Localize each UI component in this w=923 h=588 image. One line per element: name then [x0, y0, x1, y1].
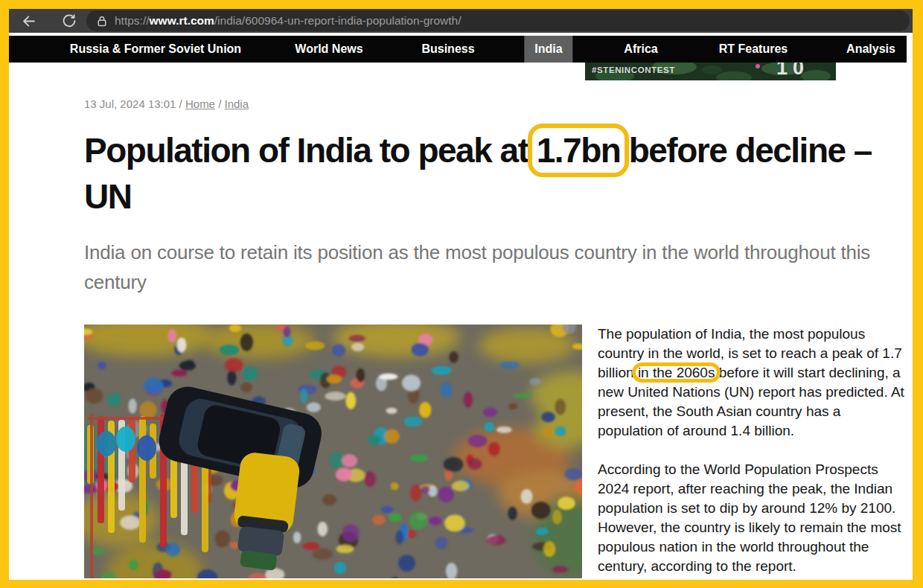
nav-item-rt-features[interactable]: RT Features — [719, 36, 788, 63]
nav-item-russia-fsu[interactable]: Russia & Former Soviet Union — [70, 36, 241, 63]
site-nav: Russia & Former Soviet Union World News … — [9, 36, 907, 63]
url-text: https://www.rt.com/india/600964-un-repor… — [115, 14, 462, 28]
url-bar[interactable]: https://www.rt.com/india/600964-un-repor… — [86, 10, 910, 31]
breadcrumb-separator: / — [179, 98, 182, 110]
url-path: /india/600964-un-report-india-population… — [214, 14, 462, 27]
headline-text: Population of India to peak at — [84, 131, 537, 170]
headline-annotation-1-7bn: 1.7bn — [537, 131, 621, 170]
paragraph-1: The population of India, the most populo… — [598, 325, 906, 441]
banner-hashtag: #STENINCONTEST — [592, 65, 675, 74]
browser-window: https://www.rt.com/india/600964-un-repor… — [9, 9, 913, 580]
url-scheme: https:// — [115, 14, 150, 27]
nav-item-business[interactable]: Business — [421, 36, 474, 63]
standfirst: India on course to retain its position a… — [84, 237, 881, 297]
nav-item-africa[interactable]: Africa — [624, 36, 657, 63]
back-button[interactable] — [16, 10, 42, 31]
breadcrumb-home-link[interactable]: Home — [185, 98, 215, 110]
url-domain: www.rt.com — [150, 14, 214, 27]
lock-icon — [96, 15, 108, 28]
nav-item-analysis[interactable]: Analysis — [846, 36, 895, 63]
article-columns: The population of India, the most populo… — [84, 325, 913, 578]
nav-item-india-active[interactable]: India — [524, 36, 572, 63]
publish-date: 13 Jul, 2024 13:01 — [84, 98, 176, 110]
headline: Population of India to peak at 1.7bn bef… — [84, 127, 897, 220]
article-body: The population of India, the most populo… — [598, 325, 906, 578]
refresh-icon — [62, 13, 77, 28]
breadcrumb-separator: / — [218, 98, 221, 110]
article: 13 Jul, 2024 13:01 / Home / India Popula… — [84, 97, 913, 578]
page-border: https://www.rt.com/india/600964-un-repor… — [0, 0, 923, 588]
article-image — [84, 325, 582, 578]
paragraph-annotation-2060s: in the 2060s — [638, 365, 715, 380]
paragraph-2: According to the World Population Prospe… — [598, 460, 906, 576]
nav-item-world-news[interactable]: World News — [295, 36, 363, 63]
refresh-button[interactable] — [57, 10, 82, 31]
crowded-market-image — [84, 325, 582, 578]
banner-partial-logo: 10 — [776, 63, 809, 80]
back-arrow-icon — [22, 14, 36, 28]
browser-chrome: https://www.rt.com/india/600964-un-repor… — [9, 9, 913, 33]
breadcrumb: 13 Jul, 2024 13:01 / Home / India — [84, 97, 913, 112]
contest-banner[interactable]: #STENINCONTEST 10 — [585, 63, 836, 80]
breadcrumb-india-link[interactable]: India — [224, 98, 249, 110]
